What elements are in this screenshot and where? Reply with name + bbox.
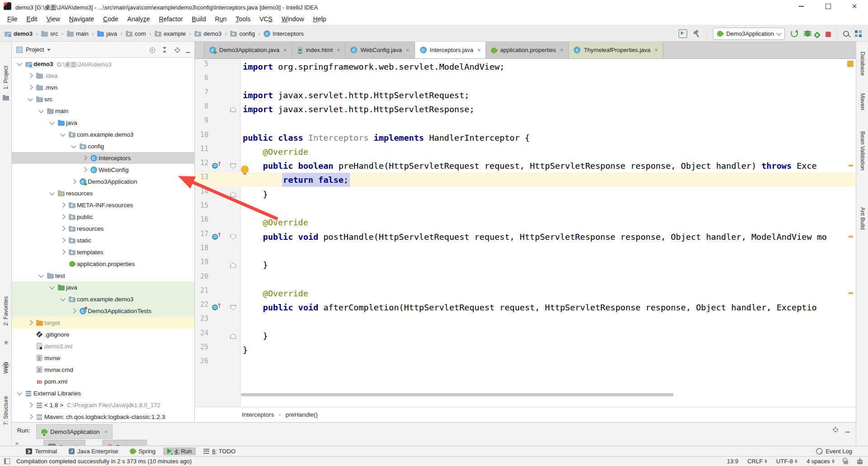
tool-window-button-terminal[interactable]: Terminal — [22, 447, 61, 455]
tree-item-config[interactable]: config — [12, 140, 194, 152]
tool-window-button-java-enterprise[interactable]: JJava Enterprise — [65, 447, 122, 455]
breadcrumb-method[interactable]: preHandle() — [286, 411, 318, 418]
code-line-11[interactable]: 11 @Override — [195, 145, 856, 159]
override-gutter-icon[interactable]: O — [212, 234, 218, 240]
tree-item-maven-ch-qos-logback-logback-classic-1-2-3[interactable]: Maven: ch.qos.logback:logback-classic:1.… — [12, 411, 194, 422]
project-panel-title[interactable]: Project — [26, 46, 44, 53]
tab-application-properties[interactable]: application.properties× — [486, 42, 569, 58]
locate-file-icon[interactable] — [150, 48, 155, 53]
tree-item-demo3applicationtests[interactable]: CDemo3ApplicationTests — [12, 305, 194, 317]
close-icon[interactable]: × — [283, 47, 287, 53]
code-line-17[interactable]: 17O public void postHandle(HttpServletRe… — [195, 230, 856, 244]
tree-item-demo3application[interactable]: CDemo3Application — [12, 176, 194, 187]
tree-item-resources[interactable]: resources — [12, 223, 194, 234]
close-icon[interactable]: × — [560, 47, 564, 53]
close-icon[interactable]: × — [655, 47, 658, 53]
tree-item-mvnw[interactable]: mvnw — [12, 352, 194, 364]
menu-item-edit[interactable]: Edit — [22, 14, 42, 24]
breadcrumb-item-java[interactable]: java — [97, 30, 117, 37]
tree-item-public[interactable]: public — [12, 211, 194, 223]
build-hammer-button[interactable] — [693, 30, 701, 38]
chevron-down-icon[interactable] — [47, 49, 51, 51]
inspection-status-indicator[interactable] — [847, 61, 854, 67]
code-line-24[interactable]: 24 } — [195, 329, 856, 343]
breadcrumb-class[interactable]: Interceptors — [242, 411, 274, 418]
chevron-collapsed-icon[interactable] — [60, 214, 65, 219]
chevron-expanded-icon[interactable] — [71, 143, 76, 148]
fold-marker-icon[interactable] — [230, 333, 236, 339]
search-everywhere-button[interactable] — [843, 31, 849, 37]
chevron-collapsed-icon[interactable] — [60, 238, 65, 243]
menu-item-file[interactable]: File — [3, 14, 22, 24]
breadcrumb-item-com[interactable]: com — [126, 30, 146, 37]
horizontal-scrollbar[interactable] — [241, 393, 674, 396]
tree-item-test[interactable]: test — [12, 270, 194, 281]
overflow-chevron-icon[interactable]: » — [15, 440, 19, 446]
close-icon[interactable]: × — [104, 428, 108, 435]
code-line-6[interactable]: 6 — [195, 74, 856, 88]
tree-item-application-properties[interactable]: application.properties — [12, 258, 194, 270]
tree-item-demo3-iml[interactable]: demo3.iml — [12, 340, 194, 352]
breadcrumb-item-main[interactable]: main — [67, 30, 89, 37]
chevron-collapsed-icon[interactable] — [71, 179, 76, 184]
show-run-window-button[interactable] — [679, 29, 687, 38]
tree-item-static[interactable]: static — [12, 234, 194, 246]
minimize-button[interactable] — [791, 0, 811, 12]
tree-item-java[interactable]: java — [12, 117, 194, 128]
breadcrumb-item-example[interactable]: example — [155, 30, 186, 37]
hector-inspector-icon[interactable] — [857, 460, 863, 464]
chevron-expanded-icon[interactable] — [17, 61, 22, 66]
code-line-10[interactable]: 10public class Interceptors implements H… — [195, 131, 856, 145]
chevron-expanded-icon[interactable] — [60, 131, 65, 136]
tree-item-main[interactable]: main — [12, 105, 194, 117]
hide-panel-icon[interactable] — [845, 432, 850, 433]
gear-icon[interactable] — [834, 428, 838, 432]
menu-item-window[interactable]: Window — [277, 14, 309, 24]
caret-position[interactable]: 13:9 — [727, 458, 738, 465]
tree-item-meta-inf-resources[interactable]: META-INF.resources — [12, 199, 194, 211]
tree-item-src[interactable]: src — [12, 93, 194, 105]
tree-item-idea[interactable]: .idea — [12, 70, 194, 81]
tool-window-toggle-icon[interactable] — [4, 458, 10, 464]
tree-item-pom-xml[interactable]: mpom.xml — [12, 376, 194, 387]
menu-item-refactor[interactable]: Refactor — [154, 14, 187, 24]
chevron-collapsed-icon[interactable] — [82, 155, 87, 160]
chevron-expanded-icon[interactable] — [60, 296, 65, 301]
code-line-16[interactable]: 16 @Override — [195, 215, 856, 229]
tree-item-gitignore[interactable]: .gitignore — [12, 328, 194, 340]
chevron-collapsed-icon[interactable] — [28, 402, 33, 407]
chevron-collapsed-icon[interactable] — [71, 308, 76, 313]
tree-item-demo3[interactable]: demo3G:\桌面\JAVA\demo3 — [12, 58, 194, 70]
tool-button-favorites[interactable]: 2: Favorites — [0, 284, 12, 326]
code-line-19[interactable]: 19 } — [195, 258, 856, 272]
chevron-expanded-icon[interactable] — [49, 190, 54, 195]
run-endpoints-tab[interactable]: Endpoints — [102, 440, 147, 446]
tab-index-html[interactable]: Hindex.html× — [292, 42, 346, 58]
tool-button-ant-build[interactable]: Ant Build — [857, 207, 868, 239]
menu-item-run[interactable]: Run — [211, 14, 231, 24]
close-button[interactable]: × — [844, 0, 864, 12]
warning-stripe-mark[interactable] — [849, 165, 853, 166]
menu-item-build[interactable]: Build — [187, 14, 210, 24]
warning-stripe-mark[interactable] — [849, 292, 853, 294]
collapse-all-icon[interactable] — [161, 47, 168, 53]
code-line-13[interactable]: 13 return false; — [195, 173, 856, 187]
debug-button[interactable] — [805, 30, 810, 37]
warning-stripe-mark[interactable] — [849, 236, 853, 238]
tab-demo3application-java[interactable]: CDemo3Application.java× — [204, 42, 292, 58]
code-line-23[interactable]: 23 — [195, 314, 856, 328]
tool-button-structure[interactable]: 7: Structure — [0, 387, 12, 425]
tool-window-button-4-run[interactable]: 4: Run — [163, 447, 196, 455]
chevron-collapsed-icon[interactable] — [28, 414, 33, 419]
lock-icon[interactable] — [844, 461, 848, 464]
breadcrumb-item-demo3[interactable]: demo3 — [5, 30, 33, 37]
line-ending-selector[interactable]: CRLF — [747, 458, 767, 465]
fold-marker-icon[interactable] — [230, 262, 236, 268]
tree-item-interceptors[interactable]: CInterceptors — [12, 152, 194, 164]
run-coverage-button[interactable] — [814, 31, 821, 38]
breadcrumb-item-demo3[interactable]: demo3 — [194, 30, 222, 37]
chevron-expanded-icon[interactable] — [49, 119, 54, 124]
tree-item-java[interactable]: java — [12, 281, 194, 293]
chevron-collapsed-icon[interactable] — [28, 85, 33, 90]
tool-window-button-event-log[interactable]: Event Log — [812, 447, 856, 455]
